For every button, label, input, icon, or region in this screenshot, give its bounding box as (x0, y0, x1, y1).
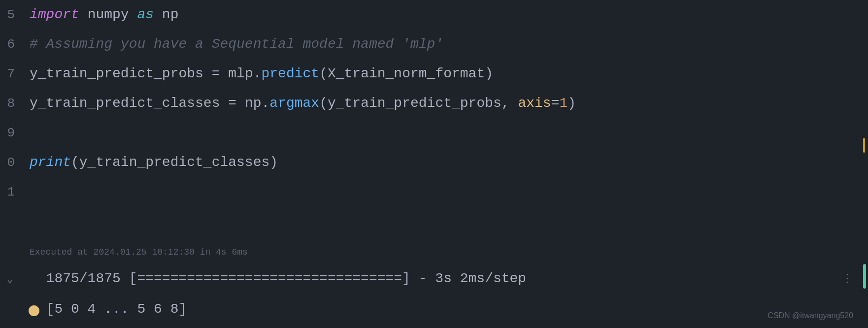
code-line-6: 6 # Assuming you have a Sequential model… (0, 30, 868, 59)
line-content-10: print(y_train_predict_classes) (25, 150, 868, 175)
line-number-7: 7 (0, 61, 25, 87)
line-number-11: 1 (0, 179, 25, 205)
code-area: 5 import numpy as np 6 # Assuming you ha… (0, 0, 868, 244)
line-number-5: 5 (0, 2, 25, 28)
chevron-collapse[interactable]: ⌄ (0, 267, 20, 293)
yellow-status-dot (29, 305, 39, 316)
output-text-2: [5 0 4 ... 5 6 8] (20, 296, 868, 322)
line-number-9: 9 (0, 120, 25, 146)
comment-line: # Assuming you have a Sequential model n… (30, 36, 443, 52)
keyword-as: as (137, 7, 154, 22)
context-menu-dots[interactable]: ⋮ (841, 266, 853, 292)
output-area: ⌄ 1875/1875 [===========================… (0, 260, 868, 328)
code-line-7: 7 y_train_predict_probs = mlp.predict(X_… (0, 59, 868, 89)
line-content-9 (25, 120, 868, 146)
code-line-8: 8 y_train_predict_classes = np.argmax(y_… (0, 89, 868, 118)
equals-8: = (220, 96, 244, 111)
dot-7: . (253, 66, 262, 81)
keyword-print: print (30, 155, 71, 170)
code-line-9: 9 (0, 118, 868, 148)
equals-axis: = (551, 96, 560, 111)
method-predict: predict (262, 66, 320, 81)
number-1: 1 (559, 96, 568, 111)
args-predict: (X_train_norm_format) (319, 66, 493, 81)
paren-close-8: ) (568, 96, 576, 111)
keyword-import: import (30, 7, 79, 22)
text-numpy: numpy (79, 7, 137, 22)
line-content-5: import numpy as np (25, 2, 868, 28)
output-text-1: 1875/1875 [=============================… (20, 266, 856, 292)
csdn-watermark: CSDN @itwangyang520 (768, 311, 853, 320)
equals-7: = (203, 66, 228, 81)
line-number-8: 8 (0, 91, 25, 116)
text-np: np (154, 7, 178, 22)
editor-container: 5 import numpy as np 6 # Assuming you ha… (0, 0, 868, 328)
line-number-6: 6 (0, 32, 25, 57)
args-print: (y_train_predict_classes) (71, 155, 278, 170)
line-content-7: y_train_predict_probs = mlp.predict(X_tr… (25, 61, 868, 87)
output-line-1: ⌄ 1875/1875 [===========================… (0, 264, 868, 295)
dot-8: . (262, 96, 270, 111)
line-content-8: y_train_predict_classes = np.argmax(y_tr… (25, 91, 868, 116)
args-argmax-1: (y_train_predict_probs, (319, 96, 518, 111)
line-content-11 (25, 179, 868, 205)
param-axis: axis (518, 96, 551, 111)
var-np-8: np (245, 96, 262, 111)
method-argmax: argmax (269, 96, 319, 111)
scrollbar-teal[interactable] (863, 264, 866, 289)
var-mlp: mlp (228, 66, 253, 81)
output-line-2: [5 0 4 ... 5 6 8] (0, 295, 868, 324)
execution-info: Executed at 2024.01.25 10:12:30 in 4s 6m… (0, 244, 868, 260)
line-content-6: # Assuming you have a Sequential model n… (25, 32, 868, 57)
var-y-train-classes: y_train_predict_classes (30, 96, 220, 111)
scrollbar-yellow (863, 138, 865, 153)
code-line-5: 5 import numpy as np (0, 0, 868, 30)
line-number-10: 0 (0, 150, 25, 175)
code-line-10: 0 print(y_train_predict_classes) (0, 148, 868, 177)
code-line-11: 1 (0, 177, 868, 207)
var-y-train-probs: y_train_predict_probs (30, 66, 203, 81)
